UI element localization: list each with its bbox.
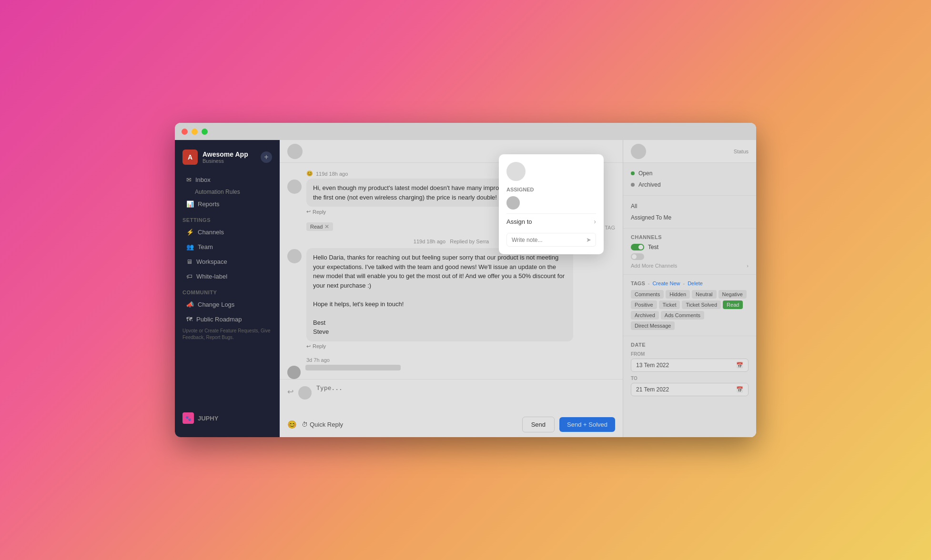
sidebar-item-label: Inbox bbox=[195, 176, 211, 183]
team-icon: 👥 bbox=[186, 243, 194, 250]
juphy-logo: 🐾 bbox=[182, 412, 194, 424]
settings-section-label: Settings bbox=[175, 211, 280, 225]
assign-popup: Assigned Assign to › ➤ bbox=[499, 154, 604, 254]
sidebar-item-label: Change Logs bbox=[198, 301, 234, 308]
close-button[interactable] bbox=[182, 129, 188, 135]
sidebar-item-roadmap[interactable]: 🗺 Public Roadmap bbox=[179, 312, 276, 326]
browser-window: A Awesome App Business + ✉ Inbox Automat… bbox=[175, 123, 756, 437]
assigned-title: Assigned bbox=[506, 187, 596, 192]
write-note-input[interactable] bbox=[512, 237, 583, 243]
roadmap-icon: 🗺 bbox=[186, 316, 192, 323]
sidebar-header: A Awesome App Business + bbox=[175, 146, 280, 169]
juphy-brand: JUPHY bbox=[198, 415, 218, 422]
sidebar-item-label: Public Roadmap bbox=[196, 316, 242, 323]
assign-to-label: Assign to bbox=[506, 218, 532, 225]
changelog-icon: 📣 bbox=[186, 301, 194, 308]
sidebar: A Awesome App Business + ✉ Inbox Automat… bbox=[175, 140, 280, 437]
browser-content: A Awesome App Business + ✉ Inbox Automat… bbox=[175, 140, 756, 437]
overlay-backdrop[interactable]: Assigned Assign to › ➤ bbox=[280, 140, 756, 437]
popup-avatar bbox=[506, 162, 526, 181]
sidebar-item-channels[interactable]: ⚡ Channels bbox=[179, 225, 276, 239]
sidebar-item-label: White-label bbox=[196, 273, 227, 280]
sidebar-item-label: Reports bbox=[198, 200, 220, 208]
send-note-button[interactable]: ➤ bbox=[586, 236, 591, 243]
community-section-label: Community bbox=[175, 284, 280, 297]
add-button[interactable]: + bbox=[261, 151, 272, 163]
whitelabel-icon: 🏷 bbox=[186, 273, 192, 280]
assign-to-button[interactable]: Assign to › bbox=[506, 213, 596, 229]
browser-titlebar bbox=[175, 123, 756, 140]
main-area: 😊 119d 18h ago Hi, even though my produc… bbox=[280, 140, 756, 437]
app-avatar: A bbox=[182, 150, 198, 165]
channels-icon: ⚡ bbox=[186, 229, 194, 236]
sidebar-item-workspace[interactable]: 🖥 Workspace bbox=[179, 255, 276, 269]
inbox-icon: ✉ bbox=[186, 176, 192, 183]
write-note-row: ➤ bbox=[506, 233, 596, 247]
community-hint: Upvote or Create Feature Requests, Give … bbox=[175, 327, 280, 343]
app-name: Awesome App bbox=[202, 150, 248, 158]
chevron-right-icon: › bbox=[594, 218, 596, 225]
sidebar-item-automation[interactable]: Automation Rules bbox=[175, 187, 280, 197]
maximize-button[interactable] bbox=[202, 129, 208, 135]
sidebar-item-changelog[interactable]: 📣 Change Logs bbox=[179, 298, 276, 311]
app-sub: Business bbox=[202, 158, 248, 164]
sidebar-item-label: Channels bbox=[198, 229, 224, 236]
workspace-icon: 🖥 bbox=[186, 258, 192, 265]
app-info: Awesome App Business bbox=[202, 150, 248, 164]
sidebar-item-team[interactable]: 👥 Team bbox=[179, 240, 276, 254]
assigned-avatar bbox=[506, 196, 520, 210]
sidebar-item-label: Team bbox=[198, 243, 213, 250]
minimize-button[interactable] bbox=[192, 129, 198, 135]
sidebar-footer: 🐾 JUPHY bbox=[175, 405, 280, 431]
sidebar-item-whitelabel[interactable]: 🏷 White-label bbox=[179, 270, 276, 283]
sidebar-item-inbox[interactable]: ✉ Inbox bbox=[179, 173, 276, 187]
sidebar-item-reports[interactable]: 📊 Reports bbox=[179, 197, 276, 211]
sidebar-item-label: Workspace bbox=[196, 258, 227, 265]
reports-icon: 📊 bbox=[186, 200, 194, 208]
